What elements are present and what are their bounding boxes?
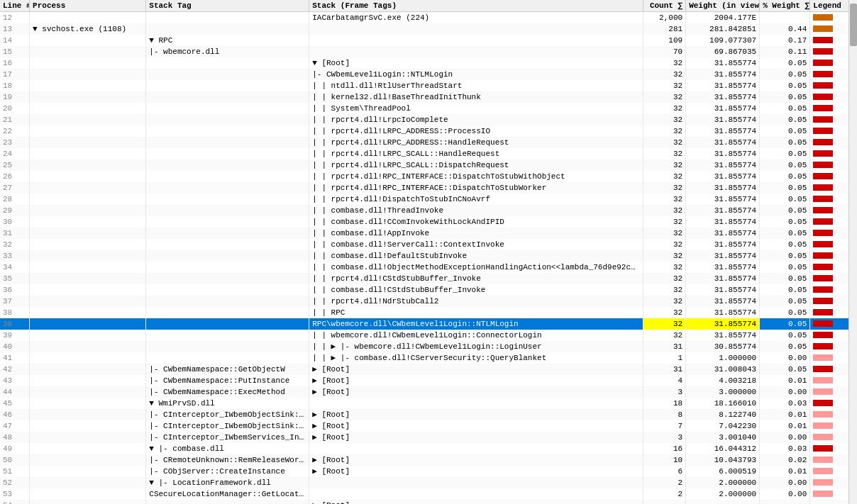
cell-stack-tag: |- CInterceptor_IWbemObjectSink::SetStat… <box>146 409 309 420</box>
table-row[interactable]: 34 | | combase.dll!ObjectMethodException… <box>0 262 857 273</box>
table-row[interactable]: 31 | | combase.dll!AppInvoke3231.8557740… <box>0 228 857 239</box>
cell-line: 48 <box>0 432 30 443</box>
cell-stack-tag <box>146 296 309 307</box>
table-row[interactable]: 41 | | ▶ |- combase.dll!CServerSecurity:… <box>0 352 857 364</box>
table-row[interactable]: 51 |- CObjServer::CreateInstance ▶ [Root… <box>0 466 857 477</box>
cell-stack-frame: | | RPC <box>309 307 643 318</box>
col-header-line[interactable]: Line # <box>0 0 30 12</box>
table-row[interactable]: 18 | | ntdll.dll!RtlUserThreadStart3231.… <box>0 80 857 91</box>
cell-count: 32 <box>643 125 685 137</box>
cell-process <box>30 239 146 250</box>
table-row[interactable]: 37 | | rpcrt4.dll!NdrStubCall23231.85577… <box>0 296 857 307</box>
cell-stack-frame: ▶ [Root] <box>309 420 643 432</box>
cell-process <box>30 103 146 114</box>
cell-process <box>30 341 146 352</box>
table-row[interactable]: 40 | | ▶ |- wbemcore.dll!CWbemLevel1Logi… <box>0 341 857 352</box>
table-row[interactable]: 27 | | rpcrt4.dll!RPC_INTERFACE::Dispatc… <box>0 182 857 194</box>
cell-stack-tag <box>146 12 309 23</box>
cell-pct-weight: 0.05 <box>760 307 810 318</box>
cell-process <box>30 125 146 137</box>
cell-stack-frame: ▼ [Root] <box>309 57 643 69</box>
cell-stack-frame: | | rpcrt4.dll!LrpcIoComplete <box>309 114 643 125</box>
cell-count <box>643 500 685 505</box>
table-row[interactable]: 54 ▶ [Root] <box>0 500 857 505</box>
col-header-weight[interactable]: Weight (in view... ∑ <box>686 0 760 12</box>
cell-pct-weight <box>760 500 810 505</box>
cell-count: 32 <box>643 262 685 273</box>
vertical-scrollbar[interactable] <box>848 0 857 504</box>
table-row[interactable]: 12IACarbatamgrSvC.exe (224)2,0002004.177… <box>0 12 857 23</box>
table-row[interactable]: 14 ▼ RPC109109.0773070.17 <box>0 35 857 46</box>
table-row[interactable]: 21 | | rpcrt4.dll!LrpcIoComplete3231.855… <box>0 114 857 125</box>
table-row[interactable]: 20 | | System\ThreadPool3231.8557740.05 <box>0 103 857 114</box>
cell-process <box>30 216 146 228</box>
cell-line: 38 <box>0 318 30 330</box>
cell-line: 12 <box>0 12 30 23</box>
cell-count: 32 <box>643 239 685 250</box>
cell-weight: 8.122740 <box>686 409 760 420</box>
cell-count: 32 <box>643 57 685 69</box>
col-header-stack-frame[interactable]: Stack (Frame Tags) <box>309 0 643 12</box>
cell-count: 109 <box>643 35 685 46</box>
scrollbar-thumb[interactable] <box>850 4 857 46</box>
col-header-stack-tag[interactable]: Stack Tag <box>146 0 309 12</box>
table-row[interactable]: 46 |- CInterceptor_IWbemObjectSink::SetS… <box>0 409 857 420</box>
table-row[interactable]: 52 ▼ |- LocationFramework.dll22.0000000.… <box>0 477 857 488</box>
table-row[interactable]: 39 | | wbemcore.dll!CWbemLevel1Login::Co… <box>0 330 857 341</box>
table-row[interactable]: 45 ▼ WmiPrvSD.dll1818.1660100.03 <box>0 398 857 409</box>
table-row[interactable]: 13▼ svchost.exe (1108)281281.8428510.44 <box>0 23 857 35</box>
cell-pct-weight: 0.05 <box>760 148 810 159</box>
table-row[interactable]: 30 | | combase.dll!CComInvokeWithLockAnd… <box>0 216 857 228</box>
col-header-pct-weight[interactable]: % Weight ∑ <box>760 0 810 12</box>
table-row[interactable]: 19 | | kernel32.dll!BaseThreadInitThunk3… <box>0 91 857 103</box>
table-row[interactable]: 28 | | rpcrt4.dll!DispatchToStubInCNoAvr… <box>0 194 857 205</box>
cell-pct-weight: 0.01 <box>760 375 810 386</box>
cell-weight: 31.855774 <box>686 91 760 103</box>
cell-stack-tag <box>146 137 309 148</box>
cell-line: 25 <box>0 159 30 171</box>
cell-process <box>30 307 146 318</box>
table-row[interactable]: 38 | | RPC3231.8557740.05 <box>0 307 857 318</box>
table-row[interactable]: 35 | | rpcrt4.dll!CStdStubBuffer_Invoke3… <box>0 273 857 284</box>
table-row[interactable]: 24 | | rpcrt4.dll!LRPC_SCALL::HandleRequ… <box>0 148 857 159</box>
table-row[interactable]: 38RPC\wbemcore.dll\CWbemLevel1Login::NTL… <box>0 318 857 330</box>
cell-process <box>30 296 146 307</box>
table-row[interactable]: 26 | | rpcrt4.dll!RPC_INTERFACE::Dispatc… <box>0 171 857 182</box>
cell-stack-frame: | | wbemcore.dll!CWbemLevel1Login::Conne… <box>309 330 643 341</box>
cell-weight: 3.000000 <box>686 386 760 398</box>
table-row[interactable]: 33 | | combase.dll!DefaultStubInvoke3231… <box>0 250 857 262</box>
table-row[interactable]: 32 | | combase.dll!ServerCall::ContextIn… <box>0 239 857 250</box>
table-row[interactable]: 42 |- CWbemNamespace::GetObjectW ▶ [Root… <box>0 364 857 375</box>
cell-stack-frame: | | rpcrt4.dll!LRPC_ADDRESS::HandleReque… <box>309 137 643 148</box>
table-row[interactable]: 36 | | combase.dll!CStdStubBuffer_Invoke… <box>0 284 857 296</box>
cell-weight: 31.855774 <box>686 171 760 182</box>
cell-weight: 16.044312 <box>686 443 760 454</box>
col-header-count[interactable]: Count ∑ <box>643 0 685 12</box>
cell-line: 24 <box>0 148 30 159</box>
col-header-process[interactable]: Process <box>30 0 146 12</box>
table-row[interactable]: 15 |- wbemcore.dll7069.8670350.11 <box>0 46 857 57</box>
table-row[interactable]: 16 ▼ [Root]3231.8557740.05 <box>0 57 857 69</box>
cell-stack-tag: ▼ WmiPrvSD.dll <box>146 398 309 409</box>
table-row[interactable]: 29 | | combase.dll!ThreadInvoke3231.8557… <box>0 205 857 216</box>
table-row[interactable]: 44 |- CWbemNamespace::ExecMethod ▶ [Root… <box>0 386 857 398</box>
cell-stack-frame: | | ntdll.dll!RtlUserThreadStart <box>309 80 643 91</box>
table-row[interactable]: 23 | | rpcrt4.dll!LRPC_ADDRESS::HandleRe… <box>0 137 857 148</box>
pct-sort-indicator: ∑ <box>805 1 810 10</box>
cell-line: 21 <box>0 114 30 125</box>
table-row[interactable]: 17 |- CWbemLevel1Login::NTLMLogin3231.85… <box>0 69 857 80</box>
table-row[interactable]: 25 | | rpcrt4.dll!LRPC_SCALL::DispatchRe… <box>0 159 857 171</box>
table-row[interactable]: 50 |- CRemoteUnknown::RemReleaseWorker ▶… <box>0 454 857 466</box>
table-row[interactable]: 53 CSecureLocationManager::GetLocationSe… <box>0 488 857 500</box>
cell-process <box>30 443 146 454</box>
cell-stack-frame: |- CWbemLevel1Login::NTLMLogin <box>309 69 643 80</box>
cell-weight: 4.003218 <box>686 375 760 386</box>
table-row[interactable]: 49 ▼ |- combase.dll1616.0443120.03 <box>0 443 857 454</box>
cell-count: 32 <box>643 250 685 262</box>
cell-weight: 31.855774 <box>686 330 760 341</box>
table-row[interactable]: 48 |- CInterceptor_IWbemServices_Interce… <box>0 432 857 443</box>
table-row[interactable]: 43 |- CWbemNamespace::PutInstance ▶ [Roo… <box>0 375 857 386</box>
cell-count: 32 <box>643 273 685 284</box>
table-row[interactable]: 47 |- CInterceptor_IWbemObjectSink::Indi… <box>0 420 857 432</box>
table-row[interactable]: 22 | | rpcrt4.dll!LRPC_ADDRESS::ProcessI… <box>0 125 857 137</box>
